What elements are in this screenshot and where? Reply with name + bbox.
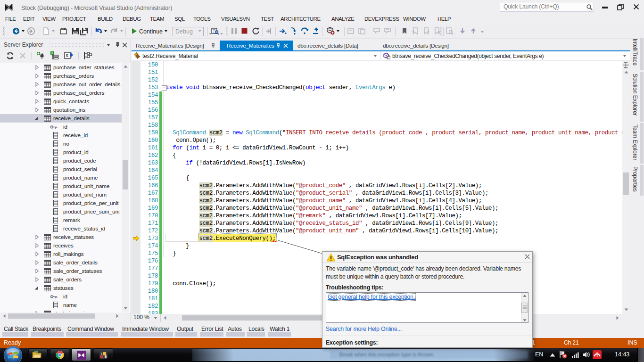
svg-text:S: S xyxy=(66,53,68,58)
